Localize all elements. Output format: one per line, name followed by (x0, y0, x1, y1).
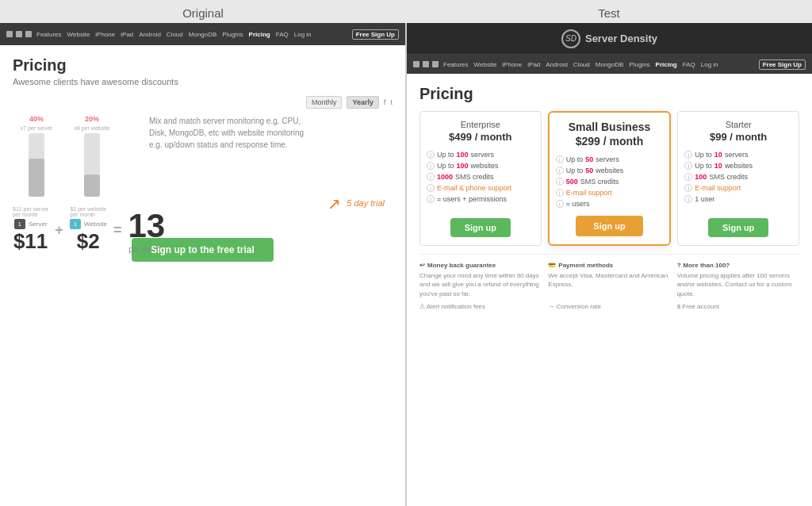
sb-info-icon-5: i (556, 200, 564, 208)
nav-faq[interactable]: FAQ (276, 31, 289, 38)
website-slider-bar[interactable] (84, 133, 100, 197)
website-price: $2 (77, 229, 100, 254)
starter-info-icon-2: i (684, 162, 692, 170)
nav-cloud[interactable]: Cloud (167, 31, 183, 38)
test-nav-links: Features Website iPhone iPad Android Clo… (443, 61, 754, 68)
info-icon-4: i (427, 184, 435, 192)
test-nav-iphone[interactable]: iPhone (502, 61, 522, 68)
nav-menu-icon (25, 31, 32, 37)
nav-icons (6, 31, 32, 37)
test-logo: SD Server Density (561, 29, 657, 48)
nav-signup-btn[interactable]: Free Sign Up (352, 29, 399, 40)
enterprise-feature-5: i = users + permissions (427, 194, 534, 205)
billing-toggle: Monthly Yearly f t (13, 96, 393, 109)
server-per-label: x7 per server (21, 125, 53, 131)
test-nav-login[interactable]: Log in (701, 61, 718, 68)
test-nav-plugins[interactable]: Plugins (629, 61, 649, 68)
small-business-plan-name: Small Business (569, 121, 651, 133)
original-panel: Features Website iPhone iPad Android Clo… (0, 23, 406, 506)
nav-pricing[interactable]: Pricing (249, 31, 270, 38)
test-nav-signup-btn[interactable]: Free Sign Up (759, 59, 806, 70)
starter-info-icon-3: i (684, 173, 692, 181)
test-nav-mongodb[interactable]: MongoDB (596, 61, 624, 68)
nav-links: Features Website iPhone iPad Android Clo… (36, 31, 347, 38)
conversion-icon: ↔ (548, 303, 554, 310)
nav-website[interactable]: Website (67, 31, 90, 38)
sb-info-icon-4: i (556, 189, 564, 197)
yearly-toggle[interactable]: Yearly (347, 96, 379, 109)
enterprise-features: i Up to 100 servers i Up to 100 websites… (427, 149, 534, 205)
starter-plan-name: Starter (726, 120, 752, 129)
starter-price: $99 / month (710, 131, 767, 143)
footer-row2: ⚠ Alert notification fees ↔ Conversion r… (419, 303, 799, 310)
test-nav-faq[interactable]: FAQ (683, 61, 695, 68)
website-slider-col: 20% x8 per website (68, 115, 116, 197)
starter-features: i Up to 10 servers i Up to 10 websites i… (684, 149, 792, 205)
server-slider-bar[interactable] (29, 133, 44, 197)
payment-title: 💳 Payment methods (548, 261, 670, 270)
test-nav-features[interactable]: Features (443, 61, 469, 68)
info-icon-2: i (427, 162, 435, 170)
original-pricing-title: Pricing (13, 56, 393, 75)
original-pricing-subtitle: Awesome clients have awesome discounts (13, 77, 393, 86)
original-nav: Features Website iPhone iPad Android Clo… (0, 23, 405, 45)
sb-info-icon-1: i (556, 155, 564, 163)
enterprise-feature-1: i Up to 100 servers (427, 149, 534, 160)
nav-plugins[interactable]: Plugins (222, 31, 243, 38)
nav-features[interactable]: Features (36, 31, 62, 38)
test-nav-icons (413, 61, 439, 67)
small-business-signup-button[interactable]: Sign up (576, 216, 642, 236)
sb-info-icon-2: i (556, 167, 564, 174)
nav-login[interactable]: Log in (294, 31, 312, 38)
website-per-label: x8 per website (74, 125, 109, 131)
free-account-icon: $ (677, 303, 680, 310)
test-nav-pricing[interactable]: Pricing (656, 61, 677, 68)
volume-title: ? More than 100? (677, 261, 799, 270)
volume-note: ? More than 100? Volume pricing applies … (677, 261, 799, 298)
test-nav-ipad[interactable]: iPad (527, 61, 540, 68)
small-business-card: Small Business $299 / month i Up to 50 s… (548, 111, 672, 246)
server-price: $11 (13, 229, 48, 254)
enterprise-feature-2: i Up to 100 websites (427, 160, 534, 171)
test-nav-icon-3 (432, 61, 439, 67)
pricing-description: Mix and match server monitoring e.g. CPU… (149, 115, 308, 151)
starter-info-icon-4: i (684, 184, 692, 192)
test-content: Pricing Enterprise $499 / month i Up to … (407, 74, 812, 506)
server-slider-col: 40% x7 per server (13, 115, 60, 197)
nav-android[interactable]: Android (139, 31, 161, 38)
payment-icon: 💳 (548, 261, 556, 270)
volume-icon: ? (677, 261, 681, 270)
monthly-toggle[interactable]: Monthly (306, 96, 343, 109)
test-label: Test (406, 6, 812, 20)
sb-feature-5: i = users (556, 198, 664, 209)
original-label: Original (0, 6, 406, 20)
sb-feature-1: i Up to 50 servers (556, 154, 664, 165)
original-content: Pricing Awesome clients have awesome dis… (0, 45, 405, 506)
volume-text: Volume pricing applies after 100 servers… (677, 272, 792, 297)
money-back-text: Change your mind any time within 90 days… (419, 272, 539, 297)
nav-mongodb[interactable]: MongoDB (189, 31, 217, 38)
nav-ipad[interactable]: iPad (121, 31, 133, 38)
test-nav-icon-2 (423, 61, 429, 67)
discount-pct-1: 40% (29, 115, 44, 123)
enterprise-signup-button[interactable]: Sign up (450, 218, 511, 237)
test-logo-text: Server Density (585, 33, 657, 44)
test-pricing-title: Pricing (419, 85, 799, 103)
free-account-note: $ Free account (677, 303, 799, 310)
info-icon-1: i (427, 151, 435, 159)
sb-feature-2: i Up to 50 websites (556, 165, 664, 176)
starter-feature-3: i 100 SMS credits (684, 171, 792, 182)
starter-info-icon-1: i (684, 151, 692, 159)
nav-iphone[interactable]: iPhone (95, 31, 115, 38)
sb-feature-4: i E-mail support (556, 187, 664, 198)
enterprise-feature-4: i E-mail & phone support (427, 182, 534, 194)
starter-signup-button[interactable]: Sign up (708, 218, 768, 237)
sb-feature-3: i 500 SMS credits (556, 176, 664, 187)
test-panel: SD Server Density Features Website iPhon… (407, 23, 812, 506)
test-nav-android[interactable]: Android (546, 61, 568, 68)
footer-notes: ↩ Money back guarantee Change your mind … (419, 254, 799, 298)
test-nav-cloud[interactable]: Cloud (573, 61, 590, 68)
trial-arrow-icon: ↗ (327, 194, 341, 213)
test-nav-website[interactable]: Website (474, 61, 497, 68)
payment-note: 💳 Payment methods We accept Visa, Master… (548, 261, 670, 298)
